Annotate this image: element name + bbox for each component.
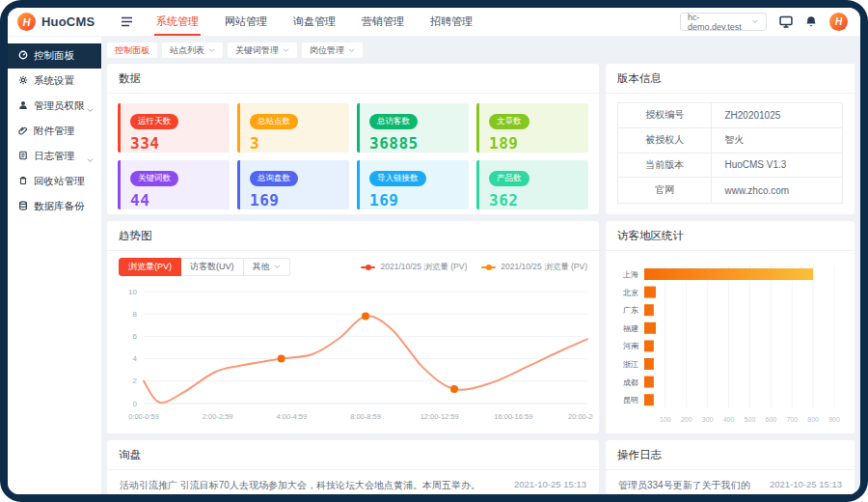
sidebar-item-settings[interactable]: 系统设置 [8,69,101,94]
svg-text:河南: 河南 [623,342,639,350]
operation-log-panel: 操作日志 管理员334号更新了关于我们的内容。 2021-10-25 15:13 [606,440,854,494]
window-frame: H HuoCMS 系统管理 网站管理 询盘管理 营销管理 招聘管理 hc-dem… [0,0,868,502]
legend-label: 2021/10/25 浏览量 (PV) [501,262,587,273]
stat-value: 3 [250,134,349,153]
svg-text:广东: 广东 [623,306,638,315]
menu-collapse-icon[interactable] [121,16,133,27]
stat-card-articles: 文章数 189 [476,103,588,153]
svg-text:500: 500 [745,416,756,423]
sidebar-item-admin-rights[interactable]: 管理员权限 [8,94,101,119]
svg-text:成都: 成都 [623,378,638,387]
nav-item-website[interactable]: 网站管理 [225,8,267,36]
database-icon [18,201,28,212]
sidebar-item-label: 控制面板 [34,49,74,63]
inquiry-text: 活动引流推广 引流目标70人去现场参加大会，科技论坛大会地点黄浦。本周五举办。 [120,479,480,492]
tab-site-list[interactable]: 站点列表 [162,42,223,58]
sidebar-item-attachments[interactable]: 附件管理 [8,119,101,144]
tab-position-mgmt[interactable]: 岗位管理 [302,42,363,58]
stat-value: 189 [489,134,588,153]
version-row-value: www.zhco.com [712,178,842,203]
filter-other-dropdown[interactable]: 其他 [244,258,290,276]
stat-value: 334 [130,134,230,153]
stat-card-keywords: 关键词数 44 [118,160,230,209]
chevron-down-icon [348,48,355,53]
svg-text:浙江: 浙江 [623,360,638,369]
filter-other-label: 其他 [253,261,270,273]
flame-logo-icon: H [17,13,36,31]
grid-lines: 0246810 [128,288,587,408]
app-window: H HuoCMS 系统管理 网站管理 询盘管理 营销管理 招聘管理 hc-dem… [8,8,860,494]
bell-icon[interactable] [805,15,817,28]
svg-text:800: 800 [807,416,819,423]
user-avatar[interactable]: H [829,13,848,31]
panel-title: 版本信息 [606,64,854,94]
chevron-down-icon [283,48,289,53]
chevron-down-icon [274,265,281,269]
version-row-value: HuoCMS V1.3 [712,153,842,179]
nav-item-marketing[interactable]: 营销管理 [362,8,404,36]
svg-text:0:00-0:59: 0:00-0:59 [128,412,159,421]
stat-value: 44 [130,191,230,209]
filter-pv-button[interactable]: 浏览量(PV) [119,258,181,276]
monitor-icon[interactable] [779,15,793,28]
site-domain-select[interactable]: hc-demo.dev.test [680,13,767,31]
sidebar-item-logs[interactable]: 日志管理 [8,144,101,169]
stat-card-imported-links: 导入链接数 169 [357,160,469,209]
tab-dashboard[interactable]: 控制面板 [107,42,157,58]
svg-text:4: 4 [133,354,138,363]
stat-card-total-sites: 总站点数 3 [237,103,349,153]
svg-text:20:00-20:59: 20:00-20:59 [568,412,593,421]
stat-value: 169 [250,191,349,209]
trend-line-chart: 02468100:00-0:592:00-2:594:00-4:598:00-8… [115,282,593,433]
version-row-label: 当前版本 [618,153,712,179]
legend-item: 2021/10/25 浏览量 (PV) [361,262,467,273]
header-actions: hc-demo.dev.test H [680,13,860,31]
chevron-down-icon [87,153,94,165]
region-panel: 访客地区统计 100200300400500600700800900上海北京广东… [606,221,854,433]
filter-uv-button[interactable]: 访客数(UV) [181,258,244,276]
svg-text:8:00-8:59: 8:00-8:59 [350,412,381,421]
log-item[interactable]: 管理员334号更新了关于我们的内容。 2021-10-25 15:13 [606,470,854,494]
panel-title: 趋势图 [107,221,599,251]
sidebar-item-db-backup[interactable]: 数据库备份 [8,194,101,219]
region-chart-area: 100200300400500600700800900上海北京广东福建河南浙江成… [606,251,854,433]
stats-grid: 运行天数 334 总站点数 3 总访客数 36885 [107,94,599,214]
region-bar-chart: 100200300400500600700800900上海北京广东福建河南浙江成… [615,261,847,433]
inquiry-time: 2021-10-25 15:13 [514,479,586,489]
stat-card-total-inquiries: 总询盘数 169 [237,160,349,209]
chevron-down-icon [208,48,215,53]
version-row-label: 授权编号 [618,103,712,128]
svg-text:昆明: 昆明 [623,396,638,404]
version-panel: 版本信息 授权编号 ZH20201025 被授权人 智火 当前版本 HuoCMS… [606,64,854,214]
sidebar-item-label: 回收站管理 [34,175,85,188]
version-row-value: 智火 [712,128,842,153]
svg-text:上海: 上海 [622,270,638,279]
grid-lines: 100200300400500600700800900 [660,265,840,423]
brand-name: HuoCMS [41,14,95,29]
stat-card-run-days: 运行天数 334 [118,103,230,153]
svg-text:8: 8 [133,310,138,319]
sidebar-item-recycle-bin[interactable]: 回收站管理 [8,169,101,194]
stat-card-total-visitors: 总访客数 36885 [357,103,469,153]
inquiry-panel: 询盘 活动引流推广 引流目标70人去现场参加大会，科技论坛大会地点黄浦。本周五举… [107,440,599,494]
gauge-icon [18,50,28,62]
chevron-down-icon [751,19,759,24]
inquiry-item[interactable]: 活动引流推广 引流目标70人去现场参加大会，科技论坛大会地点黄浦。本周五举办。 … [107,470,599,494]
version-row-label: 被授权人 [618,128,712,153]
user-icon [18,100,28,112]
svg-text:200: 200 [681,416,692,423]
stat-badge: 关键词数 [130,171,178,186]
sidebar-item-dashboard[interactable]: 控制面板 [8,43,101,69]
nav-item-system[interactable]: 系统管理 [156,8,199,36]
tab-keyword-mgmt[interactable]: 关键词管理 [228,42,297,58]
stat-badge: 总访客数 [369,114,418,129]
sidebar-item-label: 附件管理 [34,125,74,138]
svg-text:0: 0 [133,400,138,408]
legend-marker-orange [481,266,496,268]
gear-icon [18,75,28,87]
nav-item-inquiry[interactable]: 询盘管理 [293,8,336,36]
sidebar-item-label: 数据库备份 [34,200,85,213]
nav-item-recruit[interactable]: 招聘管理 [430,8,473,36]
trend-chart-area: 02468100:00-0:592:00-2:594:00-4:598:00-8… [107,278,599,433]
svg-text:2: 2 [133,376,138,385]
